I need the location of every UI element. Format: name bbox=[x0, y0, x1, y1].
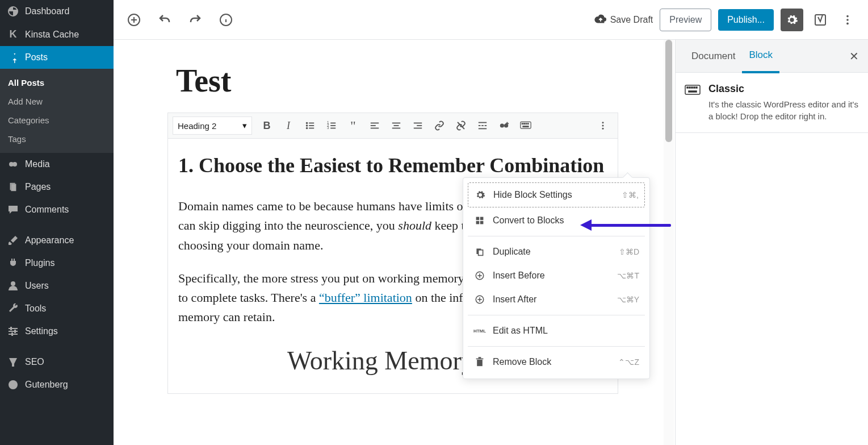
link-button[interactable] bbox=[429, 117, 450, 135]
svg-rect-43 bbox=[485, 125, 487, 126]
svg-rect-35 bbox=[394, 125, 399, 126]
menu-insert-before[interactable]: Insert Before ⌥⌘T bbox=[468, 264, 645, 288]
insert-after-icon bbox=[473, 294, 486, 305]
menu-duplicate[interactable]: Duplicate ⇧⌘D bbox=[468, 240, 645, 264]
sidebar-label: Posts bbox=[25, 52, 48, 63]
submenu-tags[interactable]: Tags bbox=[0, 130, 114, 148]
block-title: Classic bbox=[708, 83, 859, 95]
yoast-button[interactable] bbox=[810, 10, 831, 30]
sidebar-label: Appearance bbox=[25, 235, 74, 246]
sliders-icon bbox=[7, 326, 19, 337]
svg-rect-34 bbox=[392, 123, 400, 124]
sidebar-item-media[interactable]: Media bbox=[0, 153, 114, 176]
add-media-button[interactable] bbox=[494, 117, 514, 135]
redo-button[interactable] bbox=[185, 10, 206, 30]
menu-shortcut: ⌥⌘T bbox=[617, 271, 639, 280]
format-select[interactable]: Heading 2 ▾ bbox=[173, 117, 252, 135]
undo-button[interactable] bbox=[154, 10, 175, 30]
content-link[interactable]: “buffer” limitation bbox=[319, 290, 412, 305]
sidebar-item-kinsta[interactable]: K Kinsta Cache bbox=[0, 23, 114, 46]
menu-hide-block-settings[interactable]: Hide Block Settings ⇧⌘, bbox=[468, 182, 645, 207]
sidebar-item-appearance[interactable]: Appearance bbox=[0, 229, 114, 252]
tab-document[interactable]: Document bbox=[685, 40, 742, 72]
svg-rect-36 bbox=[392, 128, 400, 129]
align-center-button[interactable] bbox=[386, 117, 406, 135]
svg-rect-20 bbox=[309, 123, 314, 124]
svg-rect-51 bbox=[524, 123, 525, 124]
yoast-icon bbox=[7, 356, 19, 368]
bullet-list-button[interactable] bbox=[300, 117, 320, 135]
menu-shortcut: ⇧⌘, bbox=[622, 190, 639, 199]
svg-point-19 bbox=[306, 122, 308, 124]
canvas-scrollbar[interactable] bbox=[664, 40, 674, 445]
submenu-add-new[interactable]: Add New bbox=[0, 92, 114, 111]
editor-topbar: Save Draft Preview Publish... bbox=[114, 0, 868, 40]
duplicate-icon bbox=[473, 247, 486, 256]
svg-rect-9 bbox=[10, 327, 12, 330]
close-panel-button[interactable]: ✕ bbox=[849, 49, 859, 63]
tab-block[interactable]: Block bbox=[742, 39, 779, 73]
menu-shortcut: ⇧⌘D bbox=[619, 247, 639, 256]
svg-rect-67 bbox=[476, 221, 480, 224]
save-draft-button[interactable]: Save Draft bbox=[594, 14, 653, 26]
svg-point-55 bbox=[602, 122, 604, 123]
align-left-button[interactable] bbox=[364, 117, 385, 135]
sidebar-item-plugins[interactable]: Plugins bbox=[0, 252, 114, 275]
publish-button[interactable]: Publish... bbox=[718, 9, 774, 31]
bold-button[interactable]: B bbox=[257, 117, 277, 135]
svg-rect-33 bbox=[371, 128, 379, 129]
svg-point-1 bbox=[12, 162, 17, 167]
svg-rect-37 bbox=[414, 123, 422, 124]
svg-rect-73 bbox=[477, 360, 483, 366]
sidebar-item-seo[interactable]: SEO bbox=[0, 351, 114, 373]
sidebar-label: SEO bbox=[25, 357, 44, 367]
menu-edit-html[interactable]: HTML Edit as HTML bbox=[468, 319, 645, 343]
sidebar-item-settings[interactable]: Settings bbox=[0, 320, 114, 343]
sidebar-item-users[interactable]: Users bbox=[0, 275, 114, 297]
svg-rect-74 bbox=[476, 359, 484, 360]
sidebar-item-pages[interactable]: Pages bbox=[0, 176, 114, 198]
insert-more-button[interactable] bbox=[472, 117, 493, 135]
block-more-button[interactable] bbox=[593, 117, 613, 135]
sidebar-item-posts[interactable]: Posts bbox=[0, 46, 114, 69]
menu-shortcut: ⌥⌘Y bbox=[617, 295, 639, 304]
settings-toggle-button[interactable] bbox=[781, 9, 803, 31]
submenu-all-posts[interactable]: All Posts bbox=[0, 73, 114, 92]
menu-remove-block[interactable]: Remove Block ⌃⌥Z bbox=[468, 350, 645, 374]
annotation-arrow bbox=[580, 221, 671, 230]
block-description: It's the classic WordPress editor and it… bbox=[708, 98, 859, 122]
more-menu-button[interactable] bbox=[837, 10, 858, 30]
block-info: Classic It's the classic WordPress edito… bbox=[676, 73, 868, 133]
svg-point-5 bbox=[11, 281, 15, 286]
add-block-button[interactable] bbox=[124, 10, 144, 30]
pin-icon bbox=[7, 52, 19, 63]
scrollbar-thumb[interactable] bbox=[665, 40, 672, 142]
sidebar-item-tools[interactable]: Tools bbox=[0, 297, 114, 320]
menu-insert-after[interactable]: Insert After ⌥⌘Y bbox=[468, 288, 645, 311]
submenu-categories[interactable]: Categories bbox=[0, 111, 114, 130]
svg-rect-68 bbox=[480, 221, 484, 224]
svg-rect-42 bbox=[481, 125, 484, 126]
svg-point-12 bbox=[9, 380, 18, 389]
unlink-button[interactable] bbox=[451, 117, 471, 135]
sidebar-label: Plugins bbox=[25, 258, 54, 268]
menu-separator bbox=[468, 315, 645, 315]
post-title[interactable]: Test bbox=[114, 40, 672, 113]
brush-icon bbox=[7, 235, 19, 246]
number-list-button[interactable]: 123 bbox=[321, 117, 342, 135]
settings-panel: Document Block ✕ Classic It's the classi… bbox=[675, 40, 868, 445]
content-info-button[interactable] bbox=[216, 10, 236, 30]
preview-button[interactable]: Preview bbox=[660, 9, 711, 31]
quote-button[interactable]: " bbox=[343, 117, 363, 135]
svg-rect-66 bbox=[480, 217, 484, 221]
svg-rect-31 bbox=[371, 123, 379, 124]
keyboard-button[interactable] bbox=[515, 117, 536, 135]
sidebar-item-dashboard[interactable]: Dashboard bbox=[0, 0, 114, 23]
sidebar-item-comments[interactable]: Comments bbox=[0, 198, 114, 221]
sidebar-item-gutenberg[interactable]: Gutenberg bbox=[0, 373, 114, 396]
menu-separator bbox=[468, 236, 645, 236]
user-icon bbox=[7, 280, 19, 292]
italic-button[interactable]: I bbox=[278, 117, 299, 135]
align-right-button[interactable] bbox=[408, 117, 428, 135]
svg-point-18 bbox=[846, 22, 849, 24]
